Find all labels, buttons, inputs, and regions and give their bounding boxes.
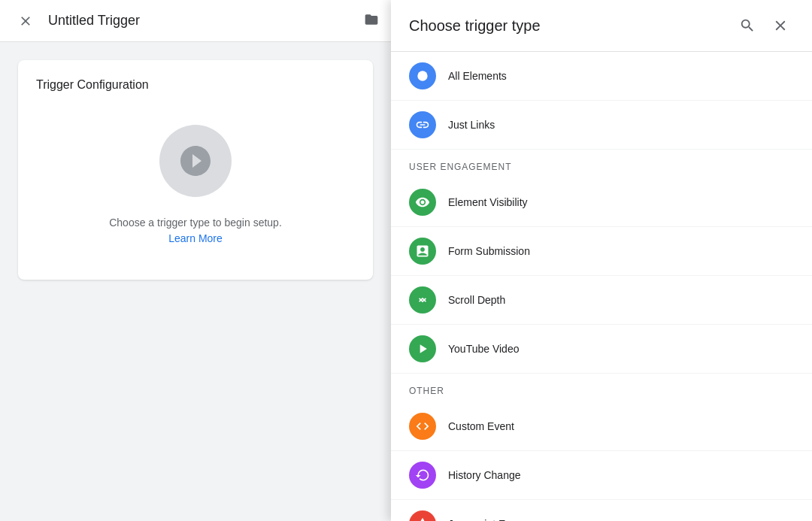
choose-trigger-text: Choose a trigger type to begin setup. Le… — [109, 215, 282, 247]
scroll-depth-icon — [409, 286, 436, 314]
folder-icon[interactable] — [364, 12, 379, 30]
element-visibility-icon — [409, 189, 436, 216]
youtube-video-icon — [409, 335, 436, 362]
drawer-body: All Elements Just Links User Engagement … — [391, 52, 812, 521]
learn-more-link[interactable]: Learn More — [168, 232, 223, 244]
trigger-avatar — [159, 125, 232, 197]
custom-event-icon — [409, 413, 436, 440]
javascript-error-icon — [409, 510, 436, 521]
list-item[interactable]: Javascript Error — [391, 500, 812, 521]
just-links-label: Just Links — [448, 119, 495, 131]
main-panel: Untitled Trigger Trigger Configuration C… — [0, 0, 391, 521]
javascript-error-label: Javascript Error — [448, 518, 522, 521]
drawer-header: Choose trigger type — [391, 0, 812, 52]
just-links-icon — [409, 111, 436, 138]
custom-event-label: Custom Event — [448, 420, 514, 432]
list-item[interactable]: Just Links — [391, 101, 812, 150]
form-submission-label: Form Submission — [448, 245, 530, 257]
close-button[interactable] — [12, 8, 39, 35]
other-section-label: Other — [391, 374, 812, 402]
config-body: Choose a trigger type to begin setup. Le… — [36, 110, 355, 262]
trigger-config-title: Trigger Configuration — [36, 78, 355, 92]
drawer-title: Choose trigger type — [409, 17, 541, 35]
all-elements-icon — [409, 62, 436, 89]
trigger-config-card: Trigger Configuration Choose a trigger t… — [18, 60, 373, 280]
user-engagement-section-label: User Engagement — [391, 150, 812, 178]
list-item[interactable]: All Elements — [391, 52, 812, 101]
history-change-icon — [409, 462, 436, 489]
drawer-close-button[interactable] — [767, 12, 794, 39]
element-visibility-label: Element Visibility — [448, 196, 528, 208]
form-submission-icon — [409, 238, 436, 265]
svg-point-0 — [417, 71, 427, 80]
page-title: Untitled Trigger — [48, 13, 358, 29]
top-bar: Untitled Trigger — [0, 0, 391, 42]
list-item[interactable]: Element Visibility — [391, 178, 812, 227]
youtube-video-label: YouTube Video — [448, 343, 519, 355]
scroll-depth-label: Scroll Depth — [448, 294, 505, 306]
list-item[interactable]: YouTube Video — [391, 325, 812, 374]
drawer-search-button[interactable] — [734, 12, 761, 39]
history-change-label: History Change — [448, 469, 521, 481]
all-elements-label: All Elements — [448, 70, 507, 82]
list-item[interactable]: Custom Event — [391, 402, 812, 451]
list-item[interactable]: Form Submission — [391, 227, 812, 276]
drawer-panel: Choose trigger type All Elements — [391, 0, 812, 521]
list-item[interactable]: History Change — [391, 451, 812, 500]
list-item[interactable]: Scroll Depth — [391, 276, 812, 325]
